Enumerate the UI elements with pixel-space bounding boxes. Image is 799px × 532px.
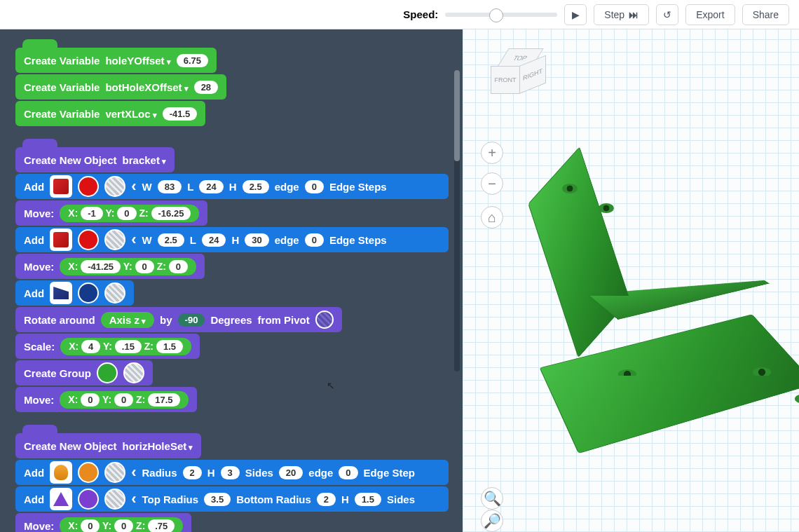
z-input[interactable]: -16.25 [151,207,191,220]
viewcube[interactable]: TOP FRONT RIGHT [491,48,547,104]
variable-name-dropdown[interactable]: holeYOffset [105,55,170,67]
variable-name-dropdown[interactable]: vertXLoc [105,108,156,120]
create-new-object-block[interactable]: Create New Object bracket [15,147,175,172]
viewport-3d[interactable]: TOP FRONT RIGHT + − ⌂ 🔍 🔎 [463,29,799,532]
add-block[interactable]: Add ‹ W83 L24 H2.5 edge0 Edge Steps [15,174,449,199]
x-input[interactable]: 0 [81,519,100,533]
z-input[interactable]: .75 [148,519,175,533]
z-input[interactable]: 0 [169,260,188,273]
magnify-out-button[interactable]: 🔎 [481,510,503,532]
y-input[interactable]: 0 [135,260,154,273]
variable-name-dropdown[interactable]: botHoleXOffset [105,81,188,93]
z-label: Z: [144,341,153,352]
create-new-object-block[interactable]: Create New Object horizHoleSet [15,433,201,458]
scale-block[interactable]: Scale: X: 4 Y: .15 Z: 1.5 [15,334,200,359]
color-swatch-hole[interactable] [104,229,125,250]
color-swatch-solid[interactable] [97,362,118,383]
shape-cylinder-icon[interactable] [50,461,72,484]
top-radius-input[interactable]: 3.5 [204,493,231,506]
workspace: Create Variable holeYOffset 6.75 Create … [0,29,799,532]
color-swatch-solid[interactable] [78,282,99,303]
chevron-left-icon[interactable]: ‹ [131,231,136,249]
color-swatch-hole[interactable] [104,176,125,197]
add-block[interactable]: Add ‹ W2.5 L24 H30 edge0 Edge Steps [15,227,449,252]
degrees-label: Degrees [210,314,252,326]
bottom-radius-input[interactable]: 2 [317,493,336,506]
zoom-out-button[interactable]: − [481,172,503,195]
move-block[interactable]: Move: X: -1 Y: 0 Z: -16.25 [15,200,207,226]
height-input[interactable]: 2.5 [243,180,269,193]
x-input[interactable]: -41.25 [81,260,121,273]
width-label: W [142,234,152,246]
edge-input[interactable]: 0 [305,233,324,247]
move-block[interactable]: Move: X: 0 Y: 0 Z: .75 [15,513,191,532]
create-variable-block[interactable]: Create Variable botHoleXOffset 28 [15,74,226,100]
x-input[interactable]: 0 [81,393,100,407]
create-variable-block[interactable]: Create Variable vertXLoc -41.5 [15,101,205,126]
chevron-left-icon[interactable]: ‹ [131,463,136,482]
scale-y-input[interactable]: .15 [115,340,142,353]
variable-value-input[interactable]: 28 [194,81,218,94]
width-input[interactable]: 83 [158,180,182,193]
height-input[interactable]: 3 [221,466,240,479]
blocks-canvas[interactable]: Create Variable holeYOffset 6.75 Create … [0,29,463,532]
color-swatch-hole[interactable] [104,282,125,303]
length-input[interactable]: 24 [199,180,223,193]
color-swatch-solid[interactable] [78,229,99,250]
color-swatch-solid[interactable] [78,462,99,483]
move-block[interactable]: Move: X: 0 Y: 0 Z: 17.5 [15,387,197,412]
color-swatch-solid[interactable] [78,489,99,510]
y-input[interactable]: 0 [117,207,136,220]
height-input[interactable]: 1.5 [355,493,381,506]
axis-dropdown[interactable]: Axis z [101,312,154,328]
shape-cone-icon[interactable] [50,488,72,510]
object-name-dropdown[interactable]: bracket [123,154,166,166]
add-block[interactable]: Add [15,280,134,306]
color-swatch-hole[interactable] [104,462,125,483]
create-variable-block[interactable]: Create Variable holeYOffset 6.75 [15,48,217,73]
y-input[interactable]: 0 [114,393,133,407]
variable-value-input[interactable]: -41.5 [163,107,198,121]
zoom-in-button[interactable]: + [481,142,503,164]
variable-value-input[interactable]: 6.75 [177,54,208,67]
export-button[interactable]: Export [685,4,735,25]
color-swatch-hole[interactable] [104,489,125,510]
home-view-button[interactable]: ⌂ [481,206,503,229]
add-block[interactable]: Add ‹ Radius2 H3 Sides20 edge0 Edge Step [15,460,449,485]
move-block[interactable]: Move: X: -41.25 Y: 0 Z: 0 [15,254,205,279]
color-swatch-hole[interactable] [123,362,144,383]
length-input[interactable]: 24 [202,233,226,247]
height-input[interactable]: 30 [245,233,268,247]
shape-box-icon[interactable] [50,175,72,198]
z-input[interactable]: 17.5 [148,393,179,407]
edge-input[interactable]: 0 [305,180,324,193]
step-button[interactable]: Step ⏭ [594,4,649,25]
share-button[interactable]: Share [742,4,789,25]
scrollbar-thumb[interactable] [454,70,460,161]
viewcube-front[interactable]: FRONT [491,66,520,94]
x-input[interactable]: -1 [81,207,103,220]
edge-input[interactable]: 0 [339,466,357,479]
shape-wedge-icon[interactable] [50,282,72,304]
width-input[interactable]: 2.5 [158,233,184,247]
speed-label: Speed: [403,8,438,20]
play-button[interactable]: ▶ [564,4,587,25]
pivot-swatch[interactable] [315,311,334,329]
sides-input[interactable]: 20 [279,466,303,479]
add-block[interactable]: Add ‹ Top Radius3.5 Bottom Radius2 H1.5 … [15,486,449,512]
rotate-block[interactable]: Rotate around Axis z by -90 Degrees from… [15,307,342,332]
reset-button[interactable]: ↺ [656,4,678,25]
object-name-dropdown[interactable]: horizHoleSet [123,440,193,452]
shape-box-icon[interactable] [50,229,72,251]
chevron-left-icon[interactable]: ‹ [131,177,136,196]
degrees-input[interactable]: -90 [178,313,205,327]
magnify-in-button[interactable]: 🔍 [481,487,503,510]
chevron-left-icon[interactable]: ‹ [131,490,136,508]
y-input[interactable]: 0 [114,519,133,533]
speed-slider[interactable] [445,13,557,17]
color-swatch-solid[interactable] [78,176,99,197]
scale-z-input[interactable]: 1.5 [156,340,183,353]
create-group-block[interactable]: Create Group [15,360,153,386]
radius-input[interactable]: 2 [183,466,202,479]
scale-x-input[interactable]: 4 [81,340,100,353]
